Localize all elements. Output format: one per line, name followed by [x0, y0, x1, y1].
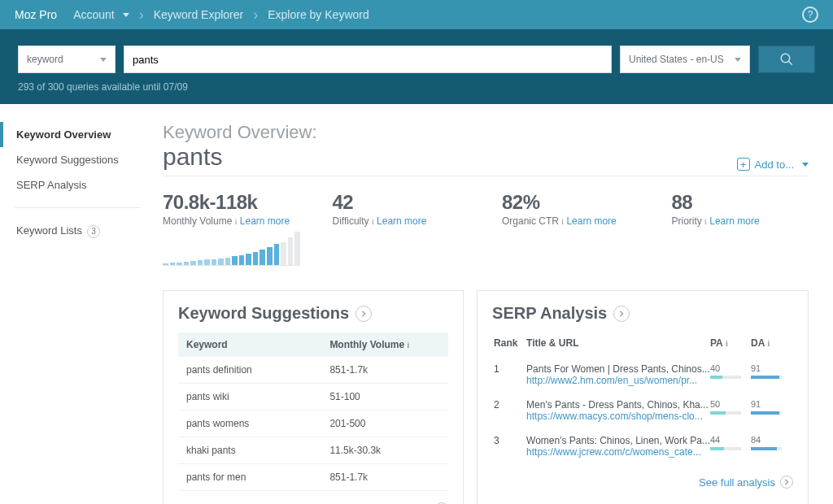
- metrics-row: 70.8k-118k Monthly Volumei Learn more 42…: [163, 191, 809, 266]
- caret-down-icon: [123, 13, 129, 17]
- priority-bars: [672, 238, 809, 259]
- search-icon: [779, 52, 794, 67]
- caret-down-icon: [735, 58, 741, 62]
- search-type-select[interactable]: keyword: [18, 46, 116, 73]
- volume-sparkline: [163, 232, 300, 266]
- serp-header: Rank Title & URL PAi DAi: [492, 332, 793, 357]
- info-icon[interactable]: i: [561, 216, 564, 226]
- locale-select[interactable]: United States - en-US: [620, 46, 750, 73]
- info-icon[interactable]: i: [704, 216, 707, 226]
- sidebar-item-lists[interactable]: Keyword Lists3: [0, 218, 155, 245]
- chevron-right-icon: ›: [139, 7, 144, 24]
- search-band: keyword United States - en-US 293 of 300…: [0, 29, 833, 104]
- add-to-button[interactable]: + Add to...: [737, 158, 809, 171]
- top-nav: Moz Pro Account › Keyword Explorer › Exp…: [0, 0, 833, 29]
- suggestion-row[interactable]: pants wiki51-100: [178, 384, 448, 411]
- serp-row[interactable]: 1 Pants For Women | Dress Pants, Chinos.…: [492, 357, 793, 393]
- see-full-analysis-link[interactable]: See full analysis: [699, 476, 793, 489]
- difficulty-bars: [333, 238, 470, 259]
- caret-down-icon: [100, 58, 107, 62]
- metric-ctr: 82% Organic CTRi Learn more: [502, 191, 639, 266]
- sidebar-item-serp[interactable]: SERP Analysis: [0, 172, 155, 198]
- serp-row[interactable]: 2 Men's Pants - Dress Pants, Chinos, Kha…: [492, 393, 793, 428]
- suggestions-header: Keyword Monthly Volumei: [178, 332, 448, 357]
- panel-suggestions: Keyword Suggestions Keyword Monthly Volu…: [163, 290, 464, 504]
- expand-icon[interactable]: [613, 306, 630, 322]
- quota-text: 293 of 300 queries available until 07/09: [18, 81, 815, 93]
- help-icon[interactable]: ?: [802, 7, 818, 23]
- lists-count-badge: 3: [87, 225, 100, 238]
- panel-suggestions-title: Keyword Suggestions: [178, 304, 448, 323]
- learn-more-link[interactable]: Learn more: [709, 215, 759, 227]
- sidebar-item-overview[interactable]: Keyword Overview: [0, 122, 155, 147]
- panel-serp: SERP Analysis Rank Title & URL PAi DAi 1…: [477, 290, 809, 504]
- info-icon[interactable]: i: [767, 338, 770, 348]
- info-icon[interactable]: i: [234, 216, 237, 226]
- learn-more-link[interactable]: Learn more: [566, 215, 616, 227]
- sidebar-item-suggestions[interactable]: Keyword Suggestions: [0, 147, 155, 172]
- plus-icon: +: [737, 158, 750, 171]
- info-icon[interactable]: i: [726, 338, 728, 348]
- metric-volume: 70.8k-118k Monthly Volumei Learn more: [163, 191, 300, 266]
- overview-keyword: pants: [163, 143, 222, 171]
- ctr-bars: [502, 238, 639, 259]
- svg-point-0: [781, 54, 790, 63]
- metric-priority: 88 Priorityi Learn more: [672, 191, 809, 266]
- info-icon[interactable]: i: [407, 340, 409, 350]
- overview-title: Keyword Overview:: [163, 122, 809, 143]
- account-menu[interactable]: Account: [73, 8, 129, 21]
- keyword-input[interactable]: [124, 46, 612, 73]
- content: Keyword Overview: pants + Add to... 70.8…: [155, 104, 833, 504]
- brand[interactable]: Moz Pro: [15, 8, 57, 21]
- info-icon[interactable]: i: [372, 216, 374, 226]
- caret-down-icon: [802, 163, 809, 167]
- sidebar: Keyword Overview Keyword Suggestions SER…: [0, 104, 155, 504]
- breadcrumb-explore[interactable]: Explore by Keyword: [268, 8, 369, 21]
- breadcrumb-keyword-explorer[interactable]: Keyword Explorer: [154, 8, 244, 21]
- suggestion-row[interactable]: pants womens201-500: [178, 411, 448, 437]
- suggestion-row[interactable]: khaki pants11.5k-30.3k: [178, 437, 448, 464]
- search-button[interactable]: [758, 46, 815, 73]
- serp-row[interactable]: 3 Women's Pants: Chinos, Linen, Work Pa.…: [492, 428, 793, 464]
- chevron-right-icon: [780, 476, 793, 489]
- learn-more-link[interactable]: Learn more: [377, 215, 426, 227]
- suggestion-row[interactable]: pants for men851-1.7k: [178, 464, 448, 491]
- chevron-right-icon: ›: [253, 7, 258, 24]
- expand-icon[interactable]: [355, 306, 372, 322]
- metric-difficulty: 42 Difficultyi Learn more: [333, 191, 470, 266]
- panel-serp-title: SERP Analysis: [492, 304, 793, 323]
- suggestion-row[interactable]: pants definition851-1.7k: [178, 357, 448, 384]
- svg-line-1: [788, 61, 792, 65]
- learn-more-link[interactable]: Learn more: [240, 215, 290, 227]
